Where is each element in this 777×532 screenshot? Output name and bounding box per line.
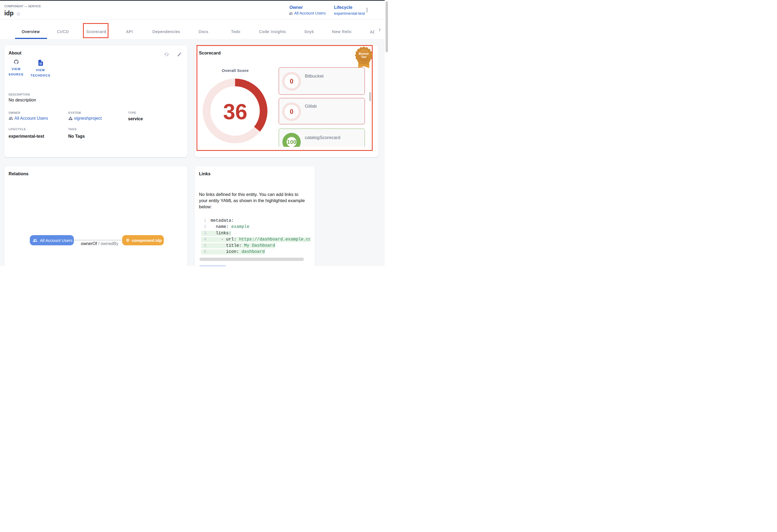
svg-text:Bronze: Bronze — [359, 52, 369, 55]
svg-text:Tier: Tier — [361, 55, 367, 58]
